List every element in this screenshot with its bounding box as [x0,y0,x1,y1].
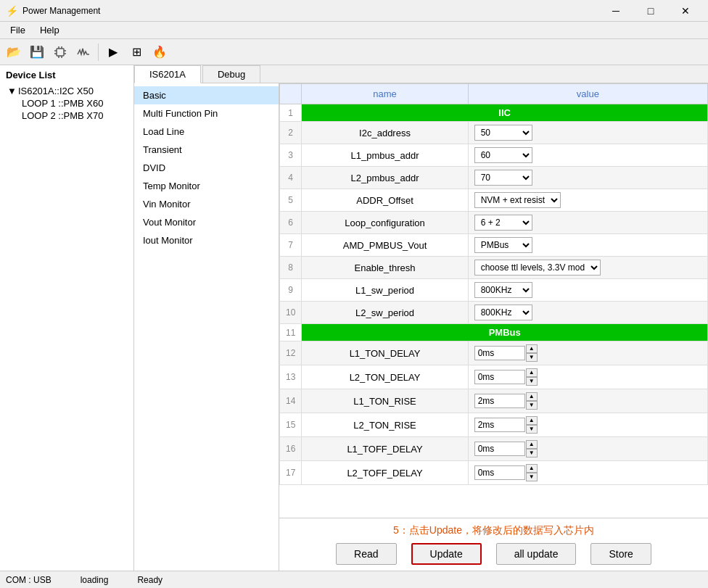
value-select[interactable]: 50 [474,125,532,141]
cell-value[interactable]: NVM + ext resist [468,189,707,212]
cell-row-num: 8 [280,257,302,279]
value-select[interactable]: 6 + 2 [474,215,532,231]
cell-value[interactable]: ▲▼ [468,437,707,461]
value-spinbox[interactable] [474,418,525,432]
spinbox-up[interactable]: ▲ [526,416,538,425]
cell-value[interactable]: choose ttl levels, 3.3V mod [468,257,707,279]
tab-debug[interactable]: Debug [202,65,260,83]
cell-value[interactable]: ▲▼ [468,365,707,389]
cell-name: L2_TON_DELAY [302,365,468,389]
sidebar-item-root[interactable]: ▼ IS6201A::I2C X50 [6,85,131,97]
cell-value[interactable]: 70 [468,167,707,189]
cell-value[interactable]: 800KHz [468,302,707,324]
cell-row-num: 11 [280,324,302,341]
table-row: 8Enable_threshchoose ttl levels, 3.3V mo… [280,257,708,279]
cell-name: L1_TON_DELAY [302,341,468,365]
toolbar-open-folder[interactable]: 📂 [3,42,25,62]
spinbox-down[interactable]: ▼ [526,473,538,481]
close-button[interactable]: ✕ [669,0,702,22]
cell-name: IIC [302,104,708,122]
table-row: 11PMBus [280,324,708,341]
left-panel-item-basic[interactable]: Basic [134,86,279,104]
spinbox-down[interactable]: ▼ [526,401,538,410]
toolbar-separator [98,44,99,61]
toolbar-grid[interactable]: ⊞ [125,42,147,62]
store-button[interactable]: Store [590,543,651,565]
cell-row-num: 15 [280,413,302,437]
tab-is6201a[interactable]: IS6201A [134,65,201,83]
read-button[interactable]: Read [336,543,396,565]
value-select[interactable]: NVM + ext resist [474,192,561,208]
value-spinbox[interactable] [474,394,525,408]
value-spinbox[interactable] [474,442,525,456]
value-spinbox[interactable] [474,465,525,480]
bottom-buttons: Read Update all update Store [288,543,699,565]
cell-value[interactable]: ▲▼ [468,389,707,413]
left-panel-item-vin-monitor[interactable]: Vin Monitor [134,195,279,213]
data-table: name value 1IIC2I2c_address503L1_pmbus_a… [279,83,708,485]
cell-value[interactable]: 800KHz [468,279,707,302]
cell-value[interactable]: ▲▼ [468,461,707,485]
spinbox-up[interactable]: ▲ [526,392,538,401]
cell-name: L2_TOFF_DELAY [302,461,468,485]
value-select[interactable]: PMBus [474,237,532,253]
table-row: 12L1_TON_DELAY▲▼ [280,341,708,365]
minimize-button[interactable]: ─ [599,0,633,22]
all-update-button[interactable]: all update [496,543,577,565]
cell-value[interactable]: PMBus [468,234,707,257]
toolbar-play[interactable]: ▶ [102,42,124,62]
table-scroll-area[interactable]: name value 1IIC2I2c_address503L1_pmbus_a… [279,83,708,518]
table-row: 2I2c_address50 [280,122,708,144]
left-panel-item-load-line[interactable]: Load Line [134,123,279,141]
value-select[interactable]: 800KHz [474,282,532,298]
spinbox-up[interactable]: ▲ [526,464,538,473]
content-area: IS6201A Debug Basic Multi Function Pin L… [134,65,708,571]
loop2-label: LOOP 2 ::PMB X70 [22,110,103,121]
cell-row-num: 3 [280,144,302,167]
value-select[interactable]: 800KHz [474,305,532,320]
value-spinbox[interactable] [474,370,525,384]
left-panel-item-iout-monitor[interactable]: Iout Monitor [134,231,279,249]
maximize-button[interactable]: □ [634,0,667,22]
menu-file[interactable]: File [3,23,33,37]
sidebar-item-loop1[interactable]: LOOP 1 ::PMB X60 [20,97,131,109]
cell-value[interactable]: 60 [468,144,707,167]
update-button[interactable]: Update [411,543,482,565]
cell-value[interactable]: 50 [468,122,707,144]
cell-value[interactable]: ▲▼ [468,413,707,437]
table-row: 6Loop_configuration6 + 2 [280,212,708,234]
value-select[interactable]: choose ttl levels, 3.3V mod [474,260,601,276]
cell-name: L2_TON_RISE [302,413,468,437]
toolbar-save[interactable]: 💾 [26,42,48,62]
spinbox-down[interactable]: ▼ [526,425,538,434]
spinbox-up[interactable]: ▲ [526,368,538,377]
cell-value[interactable]: ▲▼ [468,341,707,365]
spinbox-up[interactable]: ▲ [526,344,538,353]
value-select[interactable]: 60 [474,147,532,163]
spinbox-up[interactable]: ▲ [526,440,538,449]
spinbox-down[interactable]: ▼ [526,377,538,386]
col-header-name: name [302,84,468,104]
value-spinbox[interactable] [474,346,525,360]
expand-icon: ▼ [7,86,17,96]
left-panel-item-multi-function-pin[interactable]: Multi Function Pin [134,104,279,123]
cell-name: ADDR_Offset [302,189,468,212]
spinbox-down[interactable]: ▼ [526,353,538,362]
left-panel-item-temp-monitor[interactable]: Temp Monitor [134,177,279,195]
value-select[interactable]: 70 [474,170,532,186]
cell-name: AMD_PMBUS_Vout [302,234,468,257]
left-panel-item-transient[interactable]: Transient [134,141,279,159]
cell-row-num: 12 [280,341,302,365]
sidebar-item-loop2[interactable]: LOOP 2 ::PMB X70 [20,109,131,122]
toolbar-waveform[interactable] [73,42,94,62]
left-panel-item-vout-monitor[interactable]: Vout Monitor [134,213,279,231]
table-row: 13L2_TON_DELAY▲▼ [280,365,708,389]
cell-value[interactable]: 6 + 2 [468,212,707,234]
table-row: 4L2_pmbus_addr70 [280,167,708,189]
toolbar-chip[interactable] [49,42,71,62]
toolbar-fire[interactable]: 🔥 [149,42,170,62]
cell-name: L1_TON_RISE [302,389,468,413]
left-panel-item-dvid[interactable]: DVID [134,159,279,177]
spinbox-down[interactable]: ▼ [526,449,538,457]
menu-help[interactable]: Help [33,23,67,37]
